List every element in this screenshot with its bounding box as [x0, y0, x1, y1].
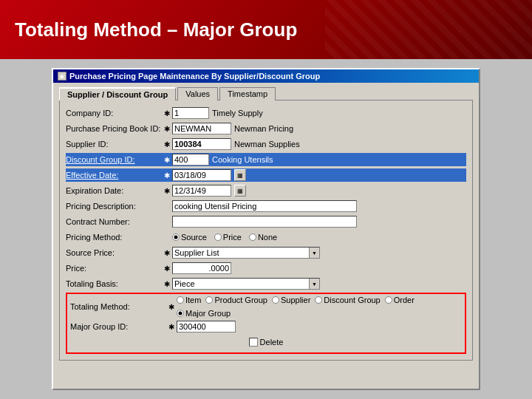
expiration-date-calendar-button[interactable]: ▦	[234, 185, 246, 197]
totaling-basis-dropdown[interactable]: Piece ▼	[172, 278, 320, 290]
totaling-method-order[interactable]: Order	[385, 296, 415, 304]
pricing-method-options: Source Price None	[172, 233, 466, 242]
page-title: Totaling Method – Major Group	[15, 18, 297, 41]
effective-date-input[interactable]: 03/18/09	[172, 169, 231, 181]
tabs-container: Supplier / Discount Group Values Timesta…	[59, 87, 473, 100]
delete-label: Delete	[260, 338, 284, 347]
delete-checkbox[interactable]	[249, 338, 258, 347]
totaling-method-product-group[interactable]: Product Group	[205, 296, 267, 304]
supplier-id-text: Newman Supplies	[234, 140, 300, 149]
discount-group-req: ✱	[162, 156, 172, 164]
tab-values[interactable]: Values	[177, 87, 218, 100]
major-group-input[interactable]: 300400	[177, 321, 236, 332]
totaling-method-item[interactable]: Item	[177, 296, 201, 304]
supplier-id-value: 100384 Newman Supplies	[172, 138, 466, 150]
delete-checkbox-item[interactable]: Delete	[249, 338, 284, 347]
main-content: ■ Purchase Pricing Page Maintenance By S…	[0, 59, 532, 399]
totaling-basis-label: Totaling Basis:	[66, 279, 162, 288]
effective-date-label: Effective Date:	[66, 171, 162, 180]
radio-supplier[interactable]	[272, 296, 279, 304]
company-id-input[interactable]: 1	[172, 107, 209, 119]
purchase-pricing-book-req: ✱	[162, 125, 172, 133]
contract-num-label: Contract Number:	[66, 217, 162, 226]
price-label: Price:	[66, 264, 162, 273]
major-group-row: Major Group ID: ✱ 300400	[70, 320, 462, 333]
tab-supplier-discount[interactable]: Supplier / Discount Group	[59, 87, 176, 100]
company-id-value: 1 Timely Supply	[172, 107, 466, 119]
pricing-desc-input[interactable]: cooking Utensil Pricing	[172, 200, 357, 212]
purchase-pricing-book-row: Purchase Pricing Book ID: ✱ NEWMAN Newma…	[66, 122, 466, 135]
discount-group-value: 400 Cooking Utensils	[172, 154, 466, 166]
price-req: ✱	[162, 265, 172, 273]
company-id-label: Company ID:	[66, 109, 162, 117]
radio-source[interactable]	[172, 233, 180, 241]
major-group-label: Major Group ID:	[70, 322, 166, 331]
radio-item[interactable]	[177, 296, 184, 304]
pricing-method-row: Pricing Method: Source Price	[66, 231, 466, 244]
totaling-method-box: Totaling Method: ✱ Item Product Gro	[66, 293, 466, 354]
dialog-titlebar: ■ Purchase Pricing Page Maintenance By S…	[53, 69, 479, 83]
expiration-date-input[interactable]: 12/31/49	[172, 185, 231, 197]
totaling-method-row: Totaling Method: ✱ Item Product Gro	[70, 296, 462, 318]
totaling-method-discount-group[interactable]: Discount Group	[315, 296, 380, 304]
expiration-date-label: Expiration Date:	[66, 186, 162, 195]
delete-row: Delete	[70, 335, 462, 349]
tab-content: Company ID: ✱ 1 Timely Supply Purchase P…	[59, 100, 473, 361]
major-group-req: ✱	[166, 323, 177, 331]
source-price-dropdown[interactable]: Supplier List ▼	[172, 247, 320, 259]
source-price-row: Source Price: ✱ Supplier List ▼	[66, 246, 466, 259]
purchase-pricing-book-input[interactable]: NEWMAN	[172, 123, 231, 134]
radio-order[interactable]	[385, 296, 392, 304]
radio-discount-group[interactable]	[315, 296, 322, 304]
price-input[interactable]: .0000	[172, 262, 231, 274]
radio-major-group[interactable]	[177, 310, 184, 317]
source-price-req: ✱	[162, 249, 172, 257]
tab-timestamp[interactable]: Timestamp	[219, 87, 276, 100]
radio-none[interactable]	[249, 233, 256, 241]
contract-num-input[interactable]	[172, 216, 357, 228]
price-value: .0000	[172, 262, 466, 274]
dialog-icon: ■	[58, 72, 66, 81]
effective-date-req: ✱	[162, 171, 172, 180]
source-price-dropdown-arrow[interactable]: ▼	[309, 248, 319, 258]
totaling-basis-row: Totaling Basis: ✱ Piece ▼	[66, 277, 466, 290]
price-row: Price: ✱ .0000	[66, 262, 466, 275]
totaling-method-req: ✱	[166, 303, 177, 311]
supplier-id-req: ✱	[162, 140, 172, 149]
pricing-method-source[interactable]: Source	[172, 233, 207, 242]
dialog-body: Supplier / Discount Group Values Timesta…	[53, 83, 479, 365]
supplier-id-input[interactable]: 100384	[172, 138, 231, 150]
discount-group-row: Discount Group ID: ✱ 400 Cooking Utensil…	[66, 153, 466, 166]
totaling-basis-req: ✱	[162, 280, 172, 288]
supplier-id-label: Supplier ID:	[66, 140, 162, 149]
discount-group-text: Cooking Utensils	[212, 155, 273, 164]
purchase-pricing-book-text: Newman Pricing	[234, 124, 293, 133]
effective-date-calendar-button[interactable]: ▦	[234, 169, 246, 181]
pricing-desc-label: Pricing Description:	[66, 202, 162, 211]
expiration-date-row: Expiration Date: ✱ 12/31/49 ▦	[66, 184, 466, 197]
totaling-method-supplier[interactable]: Supplier	[272, 296, 310, 304]
totaling-method-major-group[interactable]: Major Group	[177, 309, 231, 318]
radio-price[interactable]	[214, 233, 222, 241]
expiration-date-value: 12/31/49 ▦	[172, 185, 466, 197]
company-id-req: ✱	[162, 109, 172, 117]
pricing-desc-value: cooking Utensil Pricing	[172, 200, 466, 212]
contract-num-row: Contract Number:	[66, 215, 466, 228]
pricing-method-none[interactable]: None	[249, 233, 277, 242]
header: Totaling Method – Major Group	[0, 0, 532, 59]
dialog-window: ■ Purchase Pricing Page Maintenance By S…	[52, 68, 480, 390]
effective-date-value: 03/18/09 ▦	[172, 169, 466, 181]
radio-product-group[interactable]	[205, 296, 213, 304]
major-group-value: 300400	[177, 321, 462, 332]
totaling-basis-dropdown-arrow[interactable]: ▼	[309, 279, 319, 289]
pricing-method-label: Pricing Method:	[66, 233, 162, 242]
totaling-method-label: Totaling Method:	[70, 302, 166, 311]
effective-date-row: Effective Date: ✱ 03/18/09 ▦	[66, 168, 466, 182]
pricing-desc-row: Pricing Description: cooking Utensil Pri…	[66, 200, 466, 213]
totaling-basis-value: Piece ▼	[172, 278, 466, 290]
totaling-method-options: Item Product Group Supplier	[177, 296, 462, 318]
pricing-method-price[interactable]: Price	[214, 233, 242, 242]
supplier-id-row: Supplier ID: ✱ 100384 Newman Supplies	[66, 137, 466, 151]
purchase-pricing-book-value: NEWMAN Newman Pricing	[172, 123, 466, 134]
discount-group-input[interactable]: 400	[172, 154, 209, 166]
